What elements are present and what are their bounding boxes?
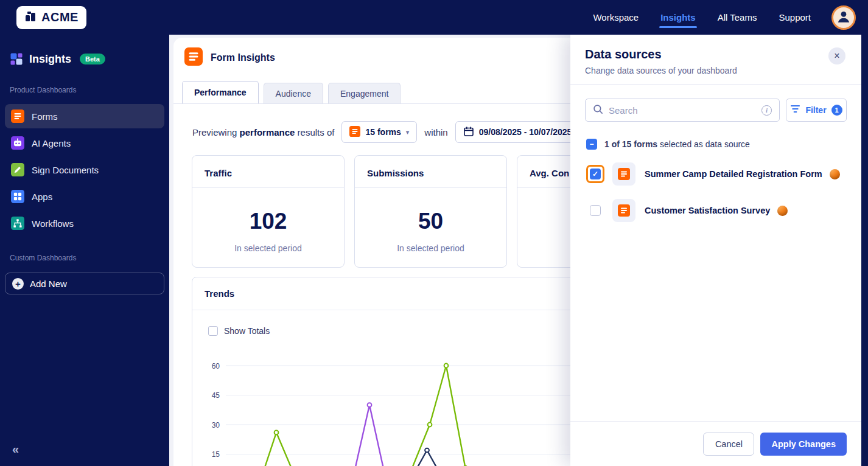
stat-value: 102: [192, 209, 344, 234]
section-product-dashboards: Product Dashboards: [10, 86, 164, 94]
stat-caption: In selected period: [355, 243, 506, 253]
focus-ring: ✓: [586, 165, 604, 183]
user-avatar[interactable]: [831, 5, 856, 30]
panel-toolbar: i Filter 1: [570, 85, 861, 122]
sidebar-item-sign-documents[interactable]: Sign Documents: [5, 158, 164, 182]
form-tile: [612, 162, 635, 186]
sidebar-item-label: Forms: [32, 111, 58, 122]
filter-button[interactable]: Filter 1: [786, 99, 847, 122]
selection-summary: − 1 of 15 forms selected as data source: [570, 122, 861, 150]
nav-workspace[interactable]: Workspace: [593, 12, 639, 23]
form-insights-icon: [184, 47, 203, 68]
cancel-button[interactable]: Cancel: [703, 433, 754, 456]
data-source-row[interactable]: ✓ Summer Camp Detailed Registration Form: [570, 158, 861, 190]
sidebar-item-forms[interactable]: Forms: [5, 104, 164, 128]
data-source-row[interactable]: Customer Satisfaction Survey: [570, 195, 861, 226]
data-source-title: Customer Satisfaction Survey: [645, 206, 770, 215]
sidebar-item-label: Workflows: [32, 218, 74, 229]
ai-agents-icon: [11, 136, 24, 150]
show-totals-label: Show Totals: [224, 326, 270, 336]
close-icon: ×: [834, 50, 839, 61]
tab-performance[interactable]: Performance: [182, 81, 259, 103]
select-all-checkbox[interactable]: −: [586, 139, 597, 150]
row-checkbox-checked[interactable]: ✓: [590, 169, 601, 179]
sidebar-item-label: Apps: [32, 192, 52, 202]
sign-documents-icon: [11, 163, 24, 176]
selection-summary-text: 1 of 15 forms selected as data source: [604, 139, 750, 149]
stat-card-submissions: Submissions 50 In selected period: [354, 155, 507, 268]
forms-selector-button[interactable]: 15 forms ▾: [341, 121, 417, 143]
row-checkbox-unchecked[interactable]: [590, 205, 601, 216]
search-input[interactable]: [609, 105, 756, 116]
svg-text:15: 15: [212, 450, 220, 459]
search-box: i: [585, 99, 780, 122]
show-totals-control: Show Totals: [208, 326, 270, 336]
info-icon[interactable]: i: [761, 105, 772, 116]
preview-text: Previewing performance results of: [192, 127, 334, 137]
sidebar-item-label: AI Agents: [32, 138, 71, 148]
form-tile: [612, 199, 635, 222]
section-custom-dashboards: Custom Dashboards: [10, 254, 164, 262]
stat-title: Submissions: [355, 156, 506, 188]
stat-value: 50: [355, 209, 506, 234]
calendar-icon: [463, 126, 474, 139]
form-insights-header: Form Insights: [184, 47, 275, 68]
add-new-button[interactable]: + Add New: [5, 273, 164, 294]
right-edge-gutter: [861, 35, 868, 466]
data-sources-panel: Data sources Change data sources of your…: [570, 35, 861, 466]
preview-settings-row: Previewing performance results of 15 for…: [192, 121, 588, 143]
stat-caption: In selected period: [192, 243, 344, 253]
acme-logo-icon: [24, 10, 37, 25]
close-panel-button[interactable]: ×: [828, 47, 845, 64]
svg-text:45: 45: [212, 391, 220, 400]
date-range-label: 09/08/2025 - 10/07/2025: [479, 127, 572, 137]
topbar: ACME Workspace Insights All Teams Suppor…: [0, 0, 868, 35]
apply-changes-button[interactable]: Apply Changes: [760, 433, 847, 456]
filter-icon: [790, 104, 800, 116]
nav-support[interactable]: Support: [779, 12, 811, 23]
sidebar-item-ai-agents[interactable]: AI Agents: [5, 131, 164, 155]
sidebar: Insights Beta Product Dashboards Forms A…: [0, 35, 169, 466]
form-icon: [349, 126, 360, 139]
sidebar-collapse-icon[interactable]: «: [12, 442, 19, 456]
forms-selector-label: 15 forms: [365, 127, 401, 137]
stat-card-traffic: Traffic 102 In selected period: [192, 155, 345, 268]
chevron-down-icon: ▾: [406, 128, 410, 136]
within-label: within: [424, 127, 447, 137]
tab-engagement[interactable]: Engagement: [328, 83, 401, 103]
sidebar-item-label: Sign Documents: [32, 165, 99, 175]
data-source-list: ✓ Summer Camp Detailed Registration Form…: [570, 158, 861, 226]
nav-insights[interactable]: Insights: [660, 12, 696, 23]
beta-badge: Beta: [80, 54, 105, 64]
person-icon: [836, 9, 852, 27]
search-icon: [593, 104, 603, 117]
workflows-icon: [11, 217, 24, 230]
apps-icon: [11, 190, 24, 203]
svg-text:60: 60: [212, 362, 220, 370]
nav-all-teams[interactable]: All Teams: [718, 12, 757, 23]
team-avatar-icon: [777, 206, 788, 216]
filter-count-badge: 1: [831, 105, 842, 116]
date-range-selector[interactable]: 09/08/2025 - 10/07/2025 ▾: [455, 121, 588, 143]
panel-header: Data sources Change data sources of your…: [570, 35, 861, 85]
tab-bar: Performance Audience Engagement: [182, 81, 401, 103]
team-avatar-icon: [830, 169, 840, 179]
tab-audience[interactable]: Audience: [264, 83, 323, 103]
show-totals-checkbox[interactable]: [208, 326, 218, 336]
stat-title: Traffic: [192, 156, 344, 188]
sidebar-items: Forms AI Agents Sign Documents Apps Work…: [5, 104, 164, 235]
data-source-title: Summer Camp Detailed Registration Form: [645, 169, 822, 179]
sidebar-item-workflows[interactable]: Workflows: [5, 211, 164, 235]
sidebar-item-apps[interactable]: Apps: [5, 184, 164, 209]
acme-logo[interactable]: ACME: [16, 6, 86, 29]
svg-text:30: 30: [212, 421, 220, 429]
panel-footer: Cancel Apply Changes: [570, 421, 861, 466]
panel-subtitle: Change data sources of your dashboard: [585, 66, 847, 75]
page-title: Form Insights: [211, 52, 275, 63]
plus-icon: +: [12, 278, 24, 290]
sidebar-title: Insights: [29, 53, 71, 66]
forms-icon: [11, 110, 24, 123]
panel-title: Data sources: [585, 47, 847, 61]
logo-text: ACME: [41, 10, 79, 24]
insights-logo-icon: [10, 52, 23, 66]
